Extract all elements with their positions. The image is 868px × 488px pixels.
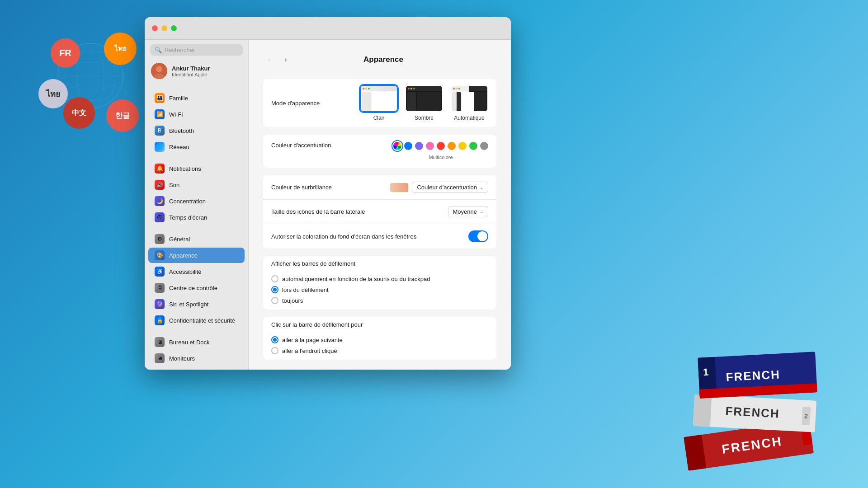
mode-sombre[interactable]: Sombre: [405, 85, 443, 121]
radio-circle-endroit: [271, 347, 278, 354]
mode-sombre-label: Sombre: [415, 115, 434, 121]
swatch-orange[interactable]: [448, 142, 456, 150]
radio-circle-toujours: [271, 297, 278, 304]
swatch-vert[interactable]: [469, 142, 477, 150]
main-content: ‹ › Apparence Mode d'apparence: [249, 40, 511, 370]
sidebar-item-notifications[interactable]: 🔔 Notifications: [148, 161, 245, 176]
icon-size-label: Taille des icônes de la barre latérale: [271, 208, 448, 215]
icon-size-dropdown[interactable]: Moyenne ⌄: [448, 206, 488, 217]
minimize-button[interactable]: [161, 25, 167, 31]
sidebar-item-fond[interactable]: 🖼 Fond d'écran: [148, 367, 245, 370]
sidebar-item-concentration[interactable]: 🌙 Concentration: [148, 193, 245, 209]
avatar-image: [151, 63, 167, 79]
sidebar-item-wifi[interactable]: 📶 Wi-Fi: [148, 107, 245, 122]
highlight-color-row: Couleur de surbrillance Couleur d'accent…: [263, 175, 496, 200]
click-scrollbar-title: Clic sur la barre de défilement pour: [263, 317, 496, 331]
highlight-color-dropdown[interactable]: Couleur d'accentuation ⌄: [412, 182, 488, 193]
click-radio-endroit[interactable]: aller à l'endroit cliqué: [271, 347, 488, 354]
selected-color-label-container: Multicolore: [393, 153, 488, 161]
highlight-dropdown-container: Couleur d'accentuation ⌄: [390, 182, 488, 193]
sidebar-label-wifi: Wi-Fi: [169, 111, 183, 118]
sidebar-item-siri[interactable]: 🔮 Siri et Spotlight: [148, 296, 245, 312]
avatar: [151, 63, 167, 79]
sidebar-item-bluetooth[interactable]: B Bluetooth: [148, 123, 245, 138]
content-header: ‹ › Apparence: [263, 53, 496, 66]
mode-automatique[interactable]: Automatique: [450, 85, 488, 121]
accent-color-section: Couleur d'accentuation: [263, 135, 496, 168]
sidebar-label-concentration: Concentration: [169, 198, 206, 205]
sidebar-item-reseau[interactable]: 🌐 Réseau: [148, 139, 245, 155]
appearance-mode-row: Mode d'apparence: [263, 79, 496, 127]
sidebar-label-temps: Temps d'écran: [169, 214, 207, 221]
help-container: ?: [263, 367, 496, 370]
sidebar-label-notifications: Notifications: [169, 165, 201, 172]
swatch-jaune[interactable]: [458, 142, 467, 150]
sidebar-label-accessibilite: Accessibilité: [169, 268, 202, 275]
sidebar-item-confidentialite[interactable]: 🔒 Confidentialité et sécurité: [148, 313, 245, 328]
sidebar-label-moniteurs: Moniteurs: [169, 355, 195, 362]
highlight-color-label: Couleur de surbrillance: [271, 184, 390, 191]
scroll-label-auto: automatiquement en fonction de la souris…: [282, 276, 430, 282]
radio-circle-suivante: [271, 336, 278, 343]
user-info: Ankur Thakur Identifiant Apple: [172, 65, 210, 77]
badge-en: ไทย: [38, 79, 68, 108]
appearance-modes: Clair: [360, 85, 488, 121]
confidentialite-icon: 🔒: [155, 315, 165, 325]
avatar-svg: [151, 63, 167, 79]
sidebar-label-reseau: Réseau: [169, 144, 189, 150]
swatch-multicolore[interactable]: [393, 142, 401, 150]
sidebar-label-general: Général: [169, 236, 190, 243]
swatch-rose[interactable]: [426, 142, 434, 150]
sidebar-item-moniteurs[interactable]: 🖥 Moniteurs: [148, 351, 245, 366]
svg-text:1: 1: [703, 366, 709, 378]
badge-zh: 中文: [63, 97, 95, 129]
mode-clair-thumbnail: [360, 85, 398, 112]
apparence-icon: 🎨: [155, 250, 165, 260]
svg-text:FRENCH: FRENCH: [725, 404, 780, 420]
sidebar-item-apparence[interactable]: 🎨 Apparence: [148, 248, 245, 263]
swatch-gris[interactable]: [480, 142, 488, 150]
scroll-radio-toujours[interactable]: toujours: [271, 297, 488, 304]
sidebar-item-general[interactable]: ⚙ Général: [148, 231, 245, 247]
user-profile[interactable]: Ankur Thakur Identifiant Apple: [145, 60, 248, 82]
mode-auto-label: Automatique: [454, 115, 484, 121]
maximize-button[interactable]: [171, 25, 177, 31]
sidebar-label-bureau: Bureau et Dock: [169, 339, 210, 346]
scrollbars-title: Afficher les barres de défilement: [263, 256, 496, 270]
badge-ko: 한글: [106, 99, 139, 132]
color-swatches: Multicolore: [393, 142, 488, 161]
icon-size-value: Moyenne: [453, 208, 477, 215]
forward-button[interactable]: ›: [279, 53, 292, 66]
scroll-label-defilement: lors du défilement: [282, 286, 329, 293]
user-name: Ankur Thakur: [172, 65, 210, 72]
sidebar-item-son[interactable]: 🔊 Son: [148, 177, 245, 192]
sidebar-item-bureau[interactable]: 🖥 Bureau et Dock: [148, 334, 245, 350]
click-label-endroit: aller à l'endroit cliqué: [282, 347, 337, 354]
sidebar-label-siri: Siri et Spotlight: [169, 301, 208, 308]
swatch-violet[interactable]: [415, 142, 423, 150]
titlebar: [145, 17, 511, 40]
mode-clair[interactable]: Clair: [360, 85, 398, 121]
wallpaper-tinting-toggle[interactable]: [468, 230, 488, 242]
back-button[interactable]: ‹: [263, 53, 276, 66]
swatch-bleu[interactable]: [404, 142, 412, 150]
scroll-label-toujours: toujours: [282, 297, 303, 304]
close-button[interactable]: [152, 25, 158, 31]
scroll-radio-defilement[interactable]: lors du défilement: [271, 286, 488, 293]
accent-color-row: Couleur d'accentuation: [263, 135, 496, 168]
sidebar-item-famille[interactable]: 👨‍👩‍👧 Famille: [148, 90, 245, 106]
sidebar-item-temps[interactable]: ⏱ Temps d'écran: [148, 210, 245, 225]
sidebar-item-centre[interactable]: 🎛 Centre de contrôle: [148, 280, 245, 296]
mode-sombre-thumbnail: [405, 85, 443, 112]
toggle-knob: [477, 231, 487, 241]
bureau-icon: 🖥: [155, 337, 165, 347]
scroll-radio-auto[interactable]: automatiquement en fonction de la souris…: [271, 275, 488, 282]
sidebar-item-accessibilite[interactable]: ♿ Accessibilité: [148, 264, 245, 279]
search-box[interactable]: 🔍 Rechercher: [150, 44, 243, 56]
reseau-icon: 🌐: [155, 142, 165, 152]
click-scrollbar-section: Clic sur la barre de défilement pour all…: [263, 317, 496, 360]
swatch-rouge[interactable]: [437, 142, 445, 150]
radio-circle-auto: [271, 275, 278, 282]
click-radio-suivante[interactable]: aller à la page suivante: [271, 336, 488, 343]
click-scrollbar-radio-group: aller à la page suivante aller à l'endro…: [263, 331, 496, 360]
